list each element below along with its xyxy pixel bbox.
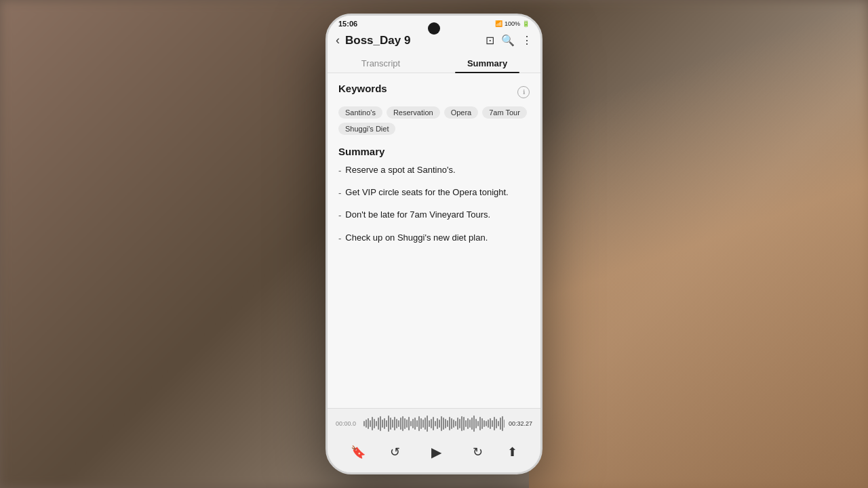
share-button[interactable]: ⬆ (507, 445, 517, 460)
bullet: - (338, 187, 341, 199)
summary-text: Get VIP circle seats for the Opera tonig… (345, 186, 508, 199)
keyword-chip[interactable]: 7am Tour (482, 106, 527, 119)
more-icon[interactable]: ⋮ (521, 34, 532, 47)
summary-text: Don't be late for 7am Vineyard Tours. (345, 209, 490, 221)
list-item: - Get VIP circle seats for the Opera ton… (338, 186, 530, 199)
bullet: - (338, 165, 341, 177)
keywords-title: Keywords (338, 83, 387, 94)
hand-overlay (529, 0, 868, 488)
battery-icon: 🔋 (522, 20, 530, 27)
forward-button[interactable]: ↻ (473, 445, 483, 460)
camera-pill (428, 22, 440, 35)
audio-controls: 🔖 ↺ ▶ ↻ ⬆ (328, 436, 540, 472)
content-area: Keywords ℹ Santino's Reservation Opera 7… (328, 73, 540, 422)
keywords-header: Keywords ℹ (338, 83, 530, 101)
keyword-chip[interactable]: Shuggi's Diet (338, 123, 395, 135)
rewind-button[interactable]: ↺ (390, 445, 400, 460)
keyword-chip[interactable]: Opera (444, 106, 479, 119)
list-item: - Check up on Shuggi's new diet plan. (338, 232, 530, 245)
keyword-chip[interactable]: Santino's (338, 106, 382, 119)
summary-section: Summary - Reserve a spot at Santino's. -… (338, 146, 530, 245)
summary-title: Summary (338, 146, 530, 157)
keyword-chip[interactable]: Reservation (387, 106, 440, 119)
summary-text: Check up on Shuggi's new diet plan. (345, 232, 488, 244)
save-icon[interactable]: ⊡ (486, 34, 494, 47)
status-icons: 📶 100% 🔋 (495, 20, 530, 27)
info-icon[interactable]: ℹ (517, 86, 530, 98)
audio-player: 00:00.0 (function() { const heights = [8… (328, 408, 540, 472)
bullet: - (338, 232, 341, 245)
top-actions: ⊡ 🔍 ⋮ (486, 34, 532, 47)
signal-icon: 📶 (495, 20, 502, 27)
battery-text: 100% (505, 20, 520, 27)
bookmark-button[interactable]: 🔖 (351, 445, 366, 460)
keywords-list: Santino's Reservation Opera 7am Tour Shu… (338, 106, 530, 135)
time-start: 00:00.0 (336, 420, 356, 427)
list-item: - Reserve a spot at Santino's. (338, 164, 530, 177)
tab-summary[interactable]: Summary (434, 53, 540, 73)
page-title: Boss_Day 9 (345, 34, 486, 47)
search-icon[interactable]: 🔍 (501, 34, 515, 47)
play-button[interactable]: ▶ (424, 440, 448, 464)
phone: 15:06 📶 100% 🔋 ‹ Boss_Day 9 ⊡ 🔍 ⋮ Transc… (326, 14, 542, 474)
summary-text: Reserve a spot at Santino's. (345, 164, 455, 176)
time-end: 00:32.27 (509, 420, 532, 427)
status-time: 15:06 (338, 20, 357, 28)
bullet: - (338, 209, 341, 222)
waveform[interactable]: (function() { const heights = [8,12,16,1… (360, 414, 505, 433)
summary-list: - Reserve a spot at Santino's. - Get VIP… (338, 164, 530, 245)
back-button[interactable]: ‹ (336, 33, 340, 47)
audio-timeline: 00:00.0 (function() { const heights = [8… (328, 409, 540, 436)
tab-transcript[interactable]: Transcript (328, 53, 434, 73)
tabs: Transcript Summary (328, 53, 540, 73)
keywords-section: Keywords ℹ Santino's Reservation Opera 7… (338, 83, 530, 135)
list-item: - Don't be late for 7am Vineyard Tours. (338, 209, 530, 222)
